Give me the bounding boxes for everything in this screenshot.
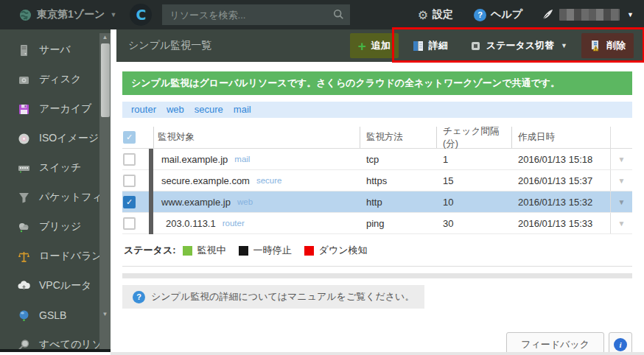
status-toggle-icon (470, 41, 481, 52)
monitor-target[interactable]: mail.example.jp (161, 154, 228, 165)
sidebar-item-bridge[interactable]: ブリッジ (0, 212, 111, 242)
table-row[interactable]: 203.0.113.1router ping 30 2016/01/13 15:… (122, 213, 632, 234)
created-at: 2016/01/13 15:33 (511, 213, 610, 233)
settings-label: 設定 (433, 8, 453, 21)
manual-info-box: ? シンプル監視の詳細についてはマニュアルをご覧ください。 (122, 285, 424, 309)
sidebar-item-switch[interactable]: スイッチ (0, 153, 111, 183)
global-resource-banner: シンプル監視はグローバルリソースです。さくらのクラウドの全ネットワークゾーンで共… (122, 71, 632, 95)
disk-icon (18, 74, 30, 86)
floppy-icon (18, 103, 30, 116)
globe-icon (19, 9, 32, 21)
sidebar-item-gslb[interactable]: GSLB (0, 300, 111, 330)
status-toggle-button[interactable]: ステータス切替 ▼ (462, 33, 575, 58)
tag-link-router[interactable]: router (131, 102, 156, 118)
monitor-target[interactable]: 203.0.113.1 (161, 218, 216, 229)
legend-label: 監視中 (197, 244, 226, 257)
username-redacted (559, 9, 620, 21)
settings-button[interactable]: ⚙ 設定 (418, 8, 453, 22)
zone-selector[interactable]: 東京第1ゾーン ▼ (19, 8, 116, 21)
monitor-method: tcp (360, 149, 436, 169)
page-title: シンプル監視一覧 (128, 39, 211, 52)
row-checkbox-checked[interactable]: ✓ (123, 196, 136, 208)
search-box (162, 4, 350, 25)
resource-tag[interactable]: mail (234, 155, 250, 164)
sidebar-item-packet-filter[interactable]: パケットフィルタ (0, 183, 111, 212)
status-color-down (304, 246, 314, 256)
delete-button[interactable]: 削除 (581, 33, 634, 58)
book-icon (413, 41, 424, 52)
feather-icon (542, 9, 553, 21)
cd-icon (18, 133, 30, 145)
created-at: 2016/01/13 15:37 (511, 170, 610, 191)
account-menu[interactable]: ▼ (542, 9, 634, 21)
tag-link-mail[interactable]: mail (234, 102, 251, 118)
help-icon: ? (474, 9, 486, 21)
content-area: シンプル監視はグローバルリソースです。さくらのクラウドの全ネットワークゾーンで共… (111, 62, 644, 352)
add-button[interactable]: + 追加 (350, 33, 399, 58)
table-row[interactable]: secure.example.comsecure https 15 2016/0… (122, 170, 632, 191)
row-dropdown-caret[interactable]: ▼ (610, 213, 632, 233)
status-color-monitoring (183, 246, 192, 256)
row-dropdown-caret[interactable]: ▼ (610, 149, 632, 169)
help-button[interactable]: ? ヘルプ (474, 8, 522, 21)
sidebar-item-load-balancer[interactable]: ロードバランサ (0, 242, 111, 271)
table-row[interactable]: mail.example.jpmail tcp 1 2016/01/13 15:… (122, 149, 632, 170)
sidebar-item-vpc-router[interactable]: VPCルータ (0, 271, 111, 300)
sidebar-bottom-strip (0, 349, 111, 352)
search-input[interactable] (162, 4, 350, 25)
legend-item-monitoring: 監視中 (183, 244, 226, 257)
sidebar-item-label: ISOイメージ (39, 132, 99, 145)
tag-link-web[interactable]: web (167, 102, 184, 118)
check-interval: 1 (436, 149, 511, 169)
status-color-paused (239, 246, 248, 256)
resource-tag[interactable]: secure (256, 176, 282, 185)
table-row-selected[interactable]: ✓ www.example.jpweb http 10 2016/01/13 1… (122, 191, 632, 213)
check-interval: 15 (436, 170, 511, 191)
sidebar-item-label: ブリッジ (39, 220, 81, 233)
cloud-logo[interactable]: C (130, 4, 152, 26)
resource-tag[interactable]: router (223, 219, 245, 228)
logo-letter: C (136, 7, 146, 23)
column-header-method[interactable]: 監視方法 (360, 127, 436, 148)
delete-warning-icon (589, 40, 601, 52)
scrollbar-up-arrow[interactable]: ▲ (99, 33, 111, 42)
sidebar-item-disk[interactable]: ディスク (0, 65, 111, 94)
row-dropdown-caret[interactable]: ▼ (610, 191, 632, 212)
legend-item-paused: 一時停止 (239, 244, 292, 257)
section-divider (122, 273, 632, 278)
scrollbar-down-arrow[interactable]: ▼ (99, 310, 111, 319)
column-header-interval[interactable]: チェック間隔(分) (436, 127, 511, 148)
manual-info-text[interactable]: シンプル監視の詳細についてはマニュアルをご覧ください。 (151, 290, 414, 303)
sidebar-item-server[interactable]: サーバ (0, 35, 111, 65)
column-header-target[interactable]: 監視対象 (153, 127, 360, 148)
sidebar: サーバ ディスク アーカイブ ISOイメージ スイッチ パケットフィルタ ブリッ… (0, 29, 111, 352)
topbar-right: ⚙ 設定 ? ヘルプ ▼ (418, 8, 634, 22)
legend-label: ダウン検知 (319, 244, 368, 257)
tag-link-secure[interactable]: secure (195, 102, 223, 118)
created-at: 2016/01/13 15:18 (511, 149, 610, 169)
row-checkbox[interactable] (123, 175, 136, 187)
row-checkbox[interactable] (123, 217, 136, 230)
monitor-target[interactable]: www.example.jp (161, 197, 231, 208)
resource-tag[interactable]: web (237, 197, 253, 206)
top-bar: 東京第1ゾーン ▼ C ⚙ 設定 ? ヘルプ ▼ (0, 0, 644, 29)
tag-filter-bar: router web secure mail (122, 102, 632, 118)
column-header-created[interactable]: 作成日時 (511, 127, 610, 148)
sidebar-scrollbar[interactable]: ▲ ▼ (99, 33, 111, 350)
detail-button-label: 詳細 (429, 39, 448, 52)
detail-button[interactable]: 詳細 (405, 33, 456, 58)
chevron-down-icon: ▼ (110, 11, 116, 18)
sidebar-item-archive[interactable]: アーカイブ (0, 94, 111, 124)
bottom-strip (111, 352, 644, 355)
monitor-target[interactable]: secure.example.com (161, 175, 250, 186)
row-dropdown-caret[interactable]: ▼ (610, 170, 632, 191)
sidebar-item-iso[interactable]: ISOイメージ (0, 124, 111, 153)
row-checkbox[interactable] (123, 153, 136, 166)
select-all-checkbox[interactable]: ✓ (123, 131, 136, 144)
vpc-router-icon (18, 280, 30, 292)
monitor-method: https (360, 170, 436, 191)
scrollbar-thumb[interactable] (101, 43, 110, 117)
chevron-down-icon: ▼ (561, 42, 567, 49)
search-icon (333, 9, 344, 20)
chevron-down-icon: ▼ (627, 11, 634, 18)
